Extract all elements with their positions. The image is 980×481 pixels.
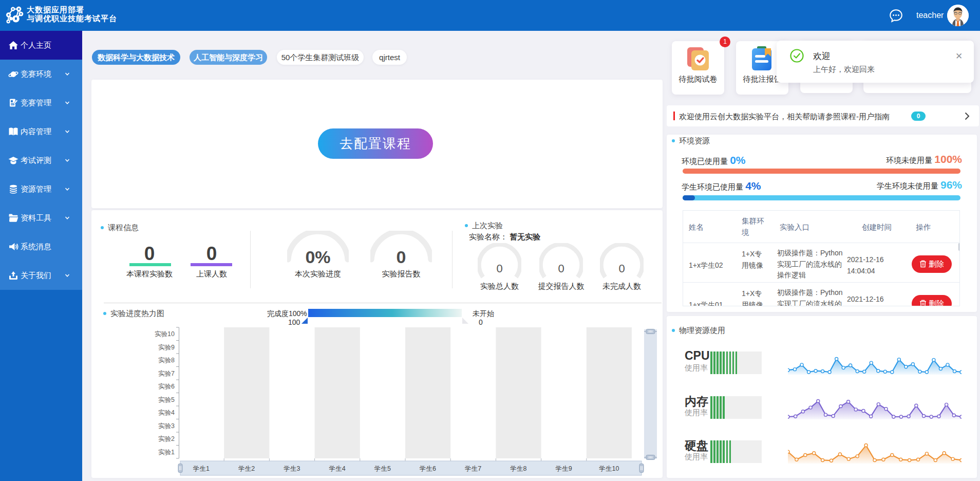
svg-text:学生8: 学生8	[511, 465, 527, 472]
svg-text:学生10: 学生10	[599, 465, 619, 472]
svg-text:实验5: 实验5	[158, 396, 175, 403]
svg-text:学生7: 学生7	[465, 465, 481, 472]
svg-text:学生3: 学生3	[284, 465, 300, 472]
svg-text:实验6: 实验6	[158, 383, 175, 390]
svg-text:学生2: 学生2	[238, 465, 255, 472]
svg-text:学生6: 学生6	[420, 465, 436, 472]
svg-text:实验4: 实验4	[158, 409, 175, 416]
svg-text:实验8: 实验8	[158, 357, 175, 364]
svg-text:学生1: 学生1	[193, 465, 210, 472]
svg-text:学生9: 学生9	[556, 465, 572, 472]
svg-text:实验7: 实验7	[158, 370, 175, 377]
svg-text:实验2: 实验2	[158, 435, 175, 442]
svg-text:学生5: 学生5	[374, 465, 391, 472]
svg-text:学生4: 学生4	[329, 465, 346, 472]
svg-text:实验9: 实验9	[158, 344, 175, 351]
svg-text:实验3: 实验3	[158, 422, 175, 430]
svg-text:实验1: 实验1	[158, 449, 175, 456]
svg-text:实验10: 实验10	[155, 330, 175, 338]
